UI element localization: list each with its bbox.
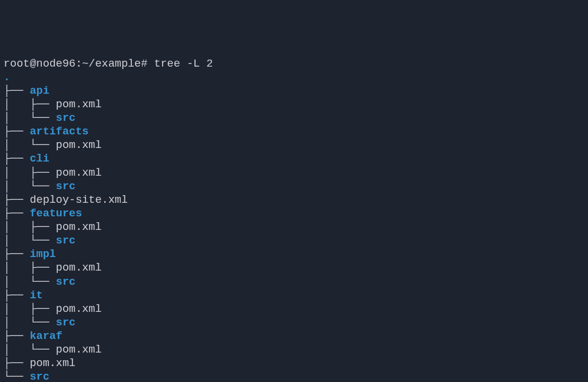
prompt-space xyxy=(147,58,154,70)
tree-branch: ├── xyxy=(4,194,29,206)
tree-branch: │ ├── xyxy=(4,98,56,111)
tree-dir: it xyxy=(29,289,42,302)
tree-dir: src xyxy=(56,276,75,288)
tree-dir: cli xyxy=(29,153,49,165)
tree-file: pom.xml xyxy=(29,357,75,370)
tree-branch: ├── xyxy=(4,248,29,261)
tree-branch: └── xyxy=(4,371,29,382)
tree-branch: │ ├── xyxy=(4,221,56,233)
tree-branch: │ └── xyxy=(4,180,56,193)
tree-dir: src xyxy=(56,235,75,247)
prompt-host: node96 xyxy=(37,58,76,70)
tree-dir: api xyxy=(29,85,49,97)
tree-branch: │ └── xyxy=(4,235,56,247)
tree-file: pom.xml xyxy=(56,303,102,315)
tree-branch: ├── xyxy=(4,85,29,97)
tree-body: ├── api │ ├── pom.xml │ └── src ├── arti… xyxy=(4,84,584,382)
command-text: tree -L 2 xyxy=(154,58,213,70)
tree-branch: │ └── xyxy=(4,276,56,288)
tree-branch: │ └── xyxy=(4,112,56,124)
tree-dir: artifacts xyxy=(29,126,88,138)
tree-branch: │ └── xyxy=(4,317,56,329)
tree-dir: impl xyxy=(29,248,55,261)
tree-file: pom.xml xyxy=(56,262,102,274)
tree-branch: ├── xyxy=(4,289,29,302)
tree-branch: ├── xyxy=(4,330,29,343)
tree-file: pom.xml xyxy=(56,98,102,111)
tree-dir: features xyxy=(29,208,82,220)
tree-root-dot: . xyxy=(4,71,10,84)
tree-file: pom.xml xyxy=(56,139,102,152)
tree-file: pom.xml xyxy=(56,167,102,179)
tree-file: pom.xml xyxy=(56,221,102,233)
prompt-line: root@node96:~/example# tree -L 2 xyxy=(4,58,213,70)
terminal-output[interactable]: root@node96:~/example# tree -L 2 . ├── a… xyxy=(4,57,584,383)
tree-branch: ├── xyxy=(4,153,29,165)
tree-dir: src xyxy=(56,112,75,124)
prompt-at: @ xyxy=(29,58,36,70)
tree-file: pom.xml xyxy=(56,344,102,356)
tree-branch: ├── xyxy=(4,208,29,220)
prompt-path: ~/example xyxy=(82,58,141,70)
tree-branch: │ ├── xyxy=(4,262,56,274)
tree-branch: │ ├── xyxy=(4,167,56,179)
tree-branch: │ └── xyxy=(4,139,56,152)
tree-branch: │ └── xyxy=(4,344,56,356)
tree-branch: ├── xyxy=(4,126,29,138)
tree-dir: src xyxy=(29,371,49,382)
tree-file: deploy-site.xml xyxy=(29,194,128,206)
tree-dir: karaf xyxy=(29,330,62,343)
tree-dir: src xyxy=(56,180,75,193)
tree-branch: ├── xyxy=(4,357,29,370)
tree-branch: │ ├── xyxy=(4,303,56,315)
tree-dir: src xyxy=(56,317,75,329)
prompt-user: root xyxy=(4,58,29,70)
prompt-colon: : xyxy=(75,58,82,70)
prompt-symbol: # xyxy=(141,58,147,70)
